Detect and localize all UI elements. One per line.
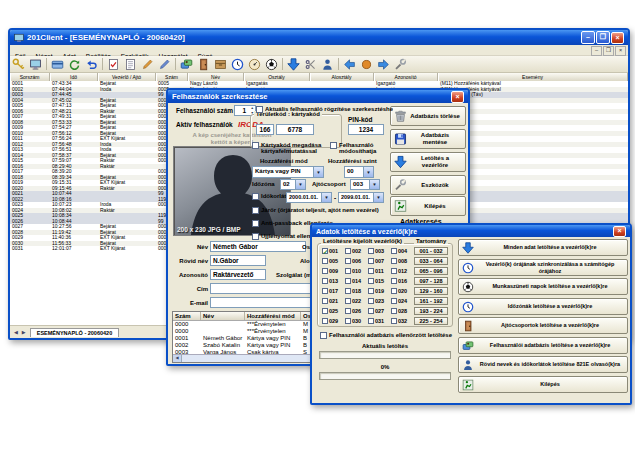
download-users-button-5[interactable]: Felhasználói adatbázis letöltése a vezér… bbox=[458, 337, 628, 354]
range-button[interactable]: 193 - 224 bbox=[414, 307, 448, 315]
download-ball-button-2[interactable]: Munkaszüneti napok letöltése a vezérlő(k… bbox=[458, 278, 628, 295]
chevron-down-icon[interactable]: ▼ bbox=[321, 193, 331, 202]
toolbar-undo-button[interactable] bbox=[83, 56, 100, 72]
toolbar-dot-button[interactable] bbox=[358, 56, 375, 72]
controller-016-checkbox[interactable] bbox=[391, 278, 397, 284]
controller-010-checkbox[interactable] bbox=[345, 268, 351, 274]
area-code-field[interactable]: 166 bbox=[256, 124, 274, 135]
controller-018-checkbox[interactable] bbox=[345, 288, 351, 294]
toolbar-tools-button[interactable] bbox=[392, 56, 409, 72]
mdi-minimize-button[interactable]: – bbox=[591, 46, 602, 56]
doorgroup-dropdown[interactable]: 003▼ bbox=[350, 179, 380, 190]
download-titlebar[interactable]: Adatok letöltése a vezérlő(k)re × bbox=[312, 225, 630, 237]
toolbar-arrowR-button[interactable] bbox=[375, 56, 392, 72]
controller-031-checkbox[interactable] bbox=[368, 318, 374, 324]
mdi-close-button[interactable]: × bbox=[615, 46, 626, 56]
controller-019-checkbox[interactable] bbox=[368, 288, 374, 294]
date-from-dropdown[interactable]: 2000.01.01.▼ bbox=[286, 192, 332, 203]
toolbar-archive-button[interactable] bbox=[212, 56, 229, 72]
toolbar-ball-button[interactable] bbox=[263, 56, 280, 72]
controller-011-checkbox[interactable] bbox=[368, 268, 374, 274]
tools-button[interactable]: Eszközök bbox=[390, 175, 466, 195]
download-person-button-6[interactable]: Rövid nevek és időkorlátok letöltése 821… bbox=[458, 356, 628, 373]
toolbar-download-button[interactable] bbox=[285, 56, 302, 72]
column-header[interactable]: Név bbox=[188, 73, 244, 81]
editor-titlebar[interactable]: Felhasználók szerkesztése × bbox=[168, 90, 468, 103]
controller-027-checkbox[interactable] bbox=[368, 308, 374, 314]
controller-023-checkbox[interactable] bbox=[368, 298, 374, 304]
range-button[interactable]: 065 - 096 bbox=[414, 267, 448, 275]
toolbar-refresh-button[interactable] bbox=[66, 56, 83, 72]
card-present-checkbox[interactable] bbox=[252, 142, 259, 149]
column-header[interactable]: Szám bbox=[156, 73, 188, 81]
download-clock-button-1[interactable]: Vezérlő(k) órájának szinkronizálása a sz… bbox=[458, 259, 628, 276]
controller-024-checkbox[interactable] bbox=[391, 298, 397, 304]
access-level-dropdown[interactable]: 00▼ bbox=[344, 166, 374, 178]
column-header[interactable]: Idő bbox=[50, 73, 98, 81]
toolbar-door-button[interactable] bbox=[195, 56, 212, 72]
column-header[interactable]: Hozzáférési mód bbox=[245, 312, 301, 320]
column-header[interactable]: Név bbox=[201, 312, 245, 320]
controller-002-checkbox[interactable] bbox=[345, 248, 351, 254]
controller-012-checkbox[interactable] bbox=[391, 268, 397, 274]
download-door-button-4[interactable]: Ajtócsoportok letöltése a vezérlő(k)re bbox=[458, 317, 628, 334]
close-icon[interactable]: × bbox=[613, 226, 626, 237]
controller-030-checkbox[interactable] bbox=[345, 318, 351, 324]
floppy-button[interactable]: Adatbázis mentése bbox=[390, 129, 466, 149]
toolbar-dial-button[interactable] bbox=[246, 56, 263, 72]
controller-015-checkbox[interactable] bbox=[368, 278, 374, 284]
toolbar-card-button[interactable] bbox=[49, 56, 66, 72]
download-button[interactable]: Letöltés a vezérlőre bbox=[390, 152, 466, 172]
column-header[interactable]: Vezérlő / Ajtó bbox=[98, 73, 156, 81]
verified-download-checkbox[interactable] bbox=[320, 332, 327, 339]
controller-007-checkbox[interactable] bbox=[368, 258, 374, 264]
main-titlebar[interactable]: 201Client - [ESEMÉNYNAPLÓ - 20060420] – … bbox=[10, 30, 628, 45]
chevron-down-icon[interactable]: ▼ bbox=[369, 180, 379, 189]
column-header[interactable]: Esemény bbox=[438, 73, 628, 81]
tab-eventlog[interactable]: ESEMÉNYNAPLÓ - 20060420 bbox=[30, 328, 120, 337]
toolbar-key-button[interactable] bbox=[10, 56, 27, 72]
controller-005-checkbox[interactable] bbox=[322, 258, 328, 264]
controller-029-checkbox[interactable] bbox=[322, 318, 328, 324]
download-download-button-0[interactable]: Minden adat letöltése a vezérlő(k)re bbox=[458, 239, 628, 256]
scroll-left-icon[interactable]: ◀ bbox=[173, 355, 182, 362]
column-header[interactable]: Szám bbox=[173, 312, 201, 320]
minimize-button[interactable]: – bbox=[581, 31, 595, 44]
controller-025-checkbox[interactable] bbox=[322, 308, 328, 314]
toolbar-doc-button[interactable] bbox=[122, 56, 139, 72]
chevron-down-icon[interactable]: ▼ bbox=[373, 193, 383, 202]
range-button[interactable]: 097 - 128 bbox=[414, 277, 448, 285]
chevron-down-icon[interactable]: ▼ bbox=[295, 180, 305, 189]
controller-004-checkbox[interactable] bbox=[391, 248, 397, 254]
chevron-down-icon[interactable]: ▼ bbox=[363, 167, 373, 177]
patrol-checkbox[interactable] bbox=[252, 207, 259, 214]
controller-013-checkbox[interactable] bbox=[322, 278, 328, 284]
controller-017-checkbox[interactable] bbox=[322, 288, 328, 294]
controller-022-checkbox[interactable] bbox=[345, 298, 351, 304]
range-button[interactable]: 033 - 064 bbox=[414, 257, 448, 265]
range-button[interactable]: 129 - 160 bbox=[414, 287, 448, 295]
close-icon[interactable]: × bbox=[611, 32, 624, 44]
toolbar-clock-button[interactable] bbox=[229, 56, 246, 72]
controller-006-checkbox[interactable] bbox=[345, 258, 351, 264]
fingerprint-checkbox[interactable] bbox=[252, 233, 259, 240]
controller-020-checkbox[interactable] bbox=[391, 288, 397, 294]
download-clock-button-3[interactable]: Időzónák letöltése a vezérlő(k)re bbox=[458, 298, 628, 315]
column-header[interactable]: Sorszám bbox=[10, 73, 50, 81]
toolbar-person-button[interactable] bbox=[319, 56, 336, 72]
controller-014-checkbox[interactable] bbox=[345, 278, 351, 284]
record-user-checkbox[interactable] bbox=[256, 106, 263, 113]
controller-009-checkbox[interactable] bbox=[322, 268, 328, 274]
controller-021-checkbox[interactable] bbox=[322, 298, 328, 304]
controller-003-checkbox[interactable] bbox=[368, 248, 374, 254]
download-exit-button-7[interactable]: Kilépés bbox=[458, 376, 628, 393]
mdi-restore-button[interactable]: ❒ bbox=[603, 46, 614, 56]
column-header[interactable]: Azonosító bbox=[374, 73, 438, 81]
name-field[interactable]: Németh Gábor bbox=[210, 241, 306, 252]
toolbar-monitor-button[interactable] bbox=[27, 56, 44, 72]
user-modify-checkbox[interactable] bbox=[330, 142, 337, 149]
antipassback-checkbox[interactable] bbox=[252, 220, 259, 227]
controller-008-checkbox[interactable] bbox=[391, 258, 397, 264]
toolbar-users-button[interactable] bbox=[178, 56, 195, 72]
toolbar-scissors-button[interactable] bbox=[302, 56, 319, 72]
